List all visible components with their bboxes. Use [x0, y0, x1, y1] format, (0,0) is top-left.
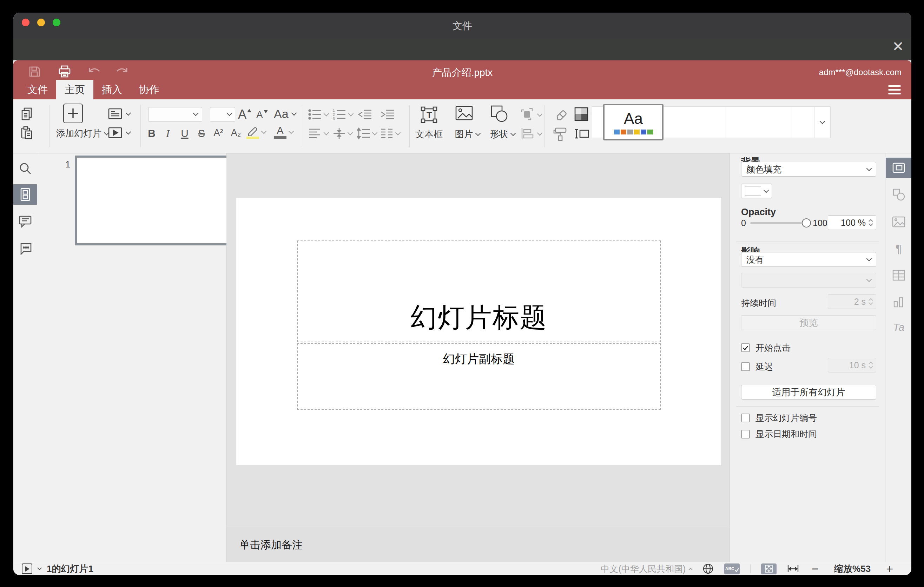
insert-shape-button[interactable]: [488, 104, 510, 122]
chevron-down-icon[interactable]: [37, 566, 42, 570]
table-settings-tab[interactable]: [886, 265, 911, 285]
select-eraser-button[interactable]: [551, 107, 570, 121]
arrange-button[interactable]: [520, 108, 542, 122]
numbering-button[interactable]: 123: [333, 109, 353, 120]
close-icon[interactable]: ✕: [889, 38, 906, 55]
zoom-in-button[interactable]: +: [886, 564, 893, 574]
theme-option-5[interactable]: [792, 106, 815, 138]
start-slideshow-statusbar-button[interactable]: [22, 564, 32, 574]
paragraph-settings-tab[interactable]: ¶: [886, 238, 911, 259]
ribbon-toolbar: 添加幻灯片 A A: [13, 99, 911, 153]
highlight-color-button[interactable]: [246, 125, 259, 139]
theme-option-selected[interactable]: Aa: [603, 104, 663, 140]
chevron-down-icon: [475, 130, 480, 136]
chart-settings-tab[interactable]: [886, 292, 911, 312]
slide-title-text: 幻灯片标题: [411, 300, 547, 336]
spellcheck-button[interactable]: ABC: [724, 564, 740, 574]
opacity-slider-track[interactable]: [750, 222, 807, 224]
slide-title-placeholder[interactable]: 幻灯片标题: [297, 241, 661, 342]
strikethrough-button[interactable]: S: [195, 127, 208, 139]
line-spacing-icon: [357, 127, 370, 139]
slide-settings-icon: [892, 162, 906, 174]
start-on-click-checkbox[interactable]: 开始点击: [741, 342, 790, 353]
sidebar-search-button[interactable]: [13, 158, 37, 179]
main-area: 1 幻灯片标题 幻灯片副标题 单击添加备注 背景 颜色填充: [13, 153, 911, 562]
slide-thumbnail[interactable]: [75, 155, 237, 246]
change-case-button[interactable]: Aa: [274, 107, 296, 121]
sidebar-slides-button[interactable]: [13, 184, 37, 204]
fit-slide-button[interactable]: [761, 564, 777, 574]
superscript-button[interactable]: A²: [211, 127, 226, 139]
tab-file[interactable]: 文件: [19, 80, 56, 99]
font-name-select[interactable]: [148, 107, 202, 122]
vertical-align-button[interactable]: [333, 127, 352, 139]
line-spacing-button[interactable]: [357, 127, 377, 139]
font-size-select[interactable]: [210, 107, 235, 122]
theme-option-2[interactable]: [658, 106, 725, 138]
font-color-chevron[interactable]: [289, 130, 293, 134]
eraser-icon: [552, 107, 568, 121]
bullets-button[interactable]: [308, 109, 328, 120]
start-slideshow-button[interactable]: [107, 126, 130, 139]
highlight-color-chevron[interactable]: [262, 130, 266, 134]
increase-font-button[interactable]: A: [238, 107, 251, 122]
zoom-out-button[interactable]: −: [812, 564, 819, 574]
increase-indent-button[interactable]: [381, 109, 394, 120]
tab-collaboration[interactable]: 协作: [130, 80, 168, 99]
add-slide-button[interactable]: [63, 104, 83, 123]
sidebar-chat-button[interactable]: [13, 238, 37, 259]
paste-button[interactable]: [20, 125, 35, 140]
bold-button[interactable]: B: [145, 127, 159, 139]
tab-insert[interactable]: 插入: [93, 80, 130, 99]
globe-icon[interactable]: [703, 563, 714, 574]
columns-button[interactable]: [381, 127, 400, 139]
svg-text:3: 3: [333, 117, 335, 120]
opacity-spinner[interactable]: 100 %: [828, 215, 876, 230]
theme-option-3[interactable]: [725, 106, 792, 138]
fit-width-icon[interactable]: [787, 564, 799, 574]
shape-settings-tab[interactable]: [886, 184, 911, 204]
notes-area[interactable]: 单击添加备注: [226, 528, 732, 562]
align-shapes-button[interactable]: [520, 127, 542, 140]
textbox-button[interactable]: T: [413, 104, 445, 125]
textart-settings-tab[interactable]: Ta: [886, 317, 911, 337]
chevron-up-icon: [689, 568, 693, 572]
decrease-indent-button[interactable]: [358, 109, 372, 120]
show-slide-number-checkbox[interactable]: 显示幻灯片编号: [741, 412, 817, 424]
copy-style-button[interactable]: [551, 127, 570, 142]
image-settings-tab[interactable]: [886, 212, 911, 232]
font-color-button[interactable]: A: [274, 125, 287, 139]
slide-canvas[interactable]: 幻灯片标题 幻灯片副标题: [236, 198, 721, 465]
italic-button[interactable]: I: [161, 127, 175, 139]
add-slide-label[interactable]: 添加幻灯片: [47, 127, 117, 140]
paint-roller-icon: [553, 127, 568, 142]
subscript-button[interactable]: A₂: [228, 127, 244, 139]
sidebar-comments-button[interactable]: [13, 211, 37, 231]
macos-titlebar: 文件: [13, 13, 911, 39]
fill-type-select[interactable]: 颜色填充: [741, 162, 876, 176]
slide-size-icon: [574, 127, 590, 141]
effect-select[interactable]: 没有: [741, 252, 876, 267]
copy-button[interactable]: [20, 106, 35, 121]
language-selector[interactable]: 中文(中华人民共和国): [601, 563, 692, 575]
underline-button[interactable]: U: [178, 127, 192, 139]
slide-subtitle-placeholder[interactable]: 幻灯片副标题: [297, 343, 661, 410]
slide-settings-tab[interactable]: [886, 158, 911, 178]
slide-layout-button[interactable]: [107, 107, 130, 120]
shape-label[interactable]: 形状: [487, 128, 518, 140]
paste-icon: [20, 125, 35, 140]
columns-icon: [381, 127, 393, 139]
decrease-font-button[interactable]: A: [256, 109, 268, 120]
insert-image-button[interactable]: [453, 105, 475, 121]
textbox-label[interactable]: 文本框: [410, 128, 448, 140]
fill-color-picker[interactable]: [741, 184, 772, 198]
opacity-slider-handle[interactable]: [802, 218, 811, 228]
image-label[interactable]: 图片: [452, 128, 483, 140]
delay-checkbox[interactable]: 延迟: [741, 361, 773, 373]
tab-home[interactable]: 主页: [56, 80, 93, 99]
show-date-time-checkbox[interactable]: 显示日期和时间: [741, 428, 817, 440]
theme-gallery-expand-button[interactable]: [815, 106, 831, 138]
horizontal-align-button[interactable]: [308, 127, 328, 139]
apply-to-all-slides-button[interactable]: 适用于所有幻灯片: [741, 385, 876, 399]
menu-icon[interactable]: [888, 85, 901, 95]
